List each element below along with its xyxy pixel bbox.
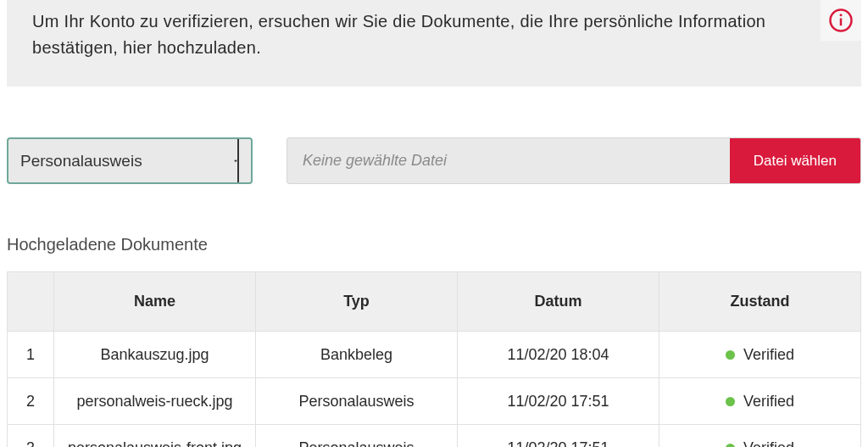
info-banner: Um Ihr Konto zu verifizieren, ersuchen w… (7, 0, 861, 87)
cell-name: Bankauszug.jpg (54, 332, 256, 378)
status-text: Verified (743, 346, 794, 363)
chevron-down-icon (229, 139, 239, 182)
documents-table: Name Typ Datum Zustand 1Bankauszug.jpgBa… (7, 271, 861, 447)
table-row: 2personalweis-rueck.jpgPersonalausweis11… (8, 378, 861, 425)
status-dot-icon (726, 350, 735, 360)
cell-index: 3 (8, 425, 54, 448)
cell-index: 1 (8, 332, 54, 378)
svg-marker-3 (234, 159, 237, 161)
cell-index: 2 (8, 378, 54, 425)
cell-status: Verified (659, 332, 861, 378)
table-header-row: Name Typ Datum Zustand (8, 272, 861, 332)
svg-point-2 (840, 14, 843, 16)
table-row: 1Bankauszug.jpgBankbeleg11/02/20 18:04Ve… (8, 332, 861, 378)
col-name: Name (54, 272, 256, 332)
cell-type: Personalausweis (256, 425, 458, 448)
cell-date: 11/02/20 17:51 (458, 378, 659, 425)
document-type-select[interactable]: Personalausweis (7, 137, 253, 184)
choose-file-button[interactable]: Datei wählen (730, 138, 860, 183)
cell-status: Verified (659, 378, 861, 425)
cell-date: 11/02/20 18:04 (458, 332, 659, 378)
info-banner-text: Um Ihr Konto zu verifizieren, ersuchen w… (32, 8, 812, 61)
col-index (8, 272, 54, 332)
file-input-area: Keine gewählte Datei Datei wählen (287, 137, 861, 184)
cell-name: personalweis-rueck.jpg (54, 378, 256, 425)
status-dot-icon (726, 397, 735, 406)
cell-date: 11/02/20 17:51 (458, 425, 659, 448)
upload-controls: Personalausweis Keine gewählte Datei Dat… (7, 137, 861, 184)
status-text: Verified (743, 393, 794, 410)
cell-name: personalausweis-front.jpg (54, 425, 256, 448)
status-dot-icon (726, 444, 735, 447)
document-type-value: Personalausweis (20, 152, 142, 170)
uploaded-documents-title: Hochgeladene Dokumente (7, 235, 861, 254)
col-status: Zustand (659, 272, 861, 332)
cell-status: Verified (659, 425, 861, 448)
col-type: Typ (256, 272, 458, 332)
file-placeholder: Keine gewählte Datei (287, 138, 730, 183)
col-date: Datum (458, 272, 659, 332)
info-icon (821, 0, 861, 41)
table-row: 3personalausweis-front.jpgPersonalauswei… (8, 425, 861, 448)
status-text: Verified (743, 439, 794, 447)
cell-type: Bankbeleg (256, 332, 458, 378)
cell-type: Personalausweis (256, 378, 458, 425)
